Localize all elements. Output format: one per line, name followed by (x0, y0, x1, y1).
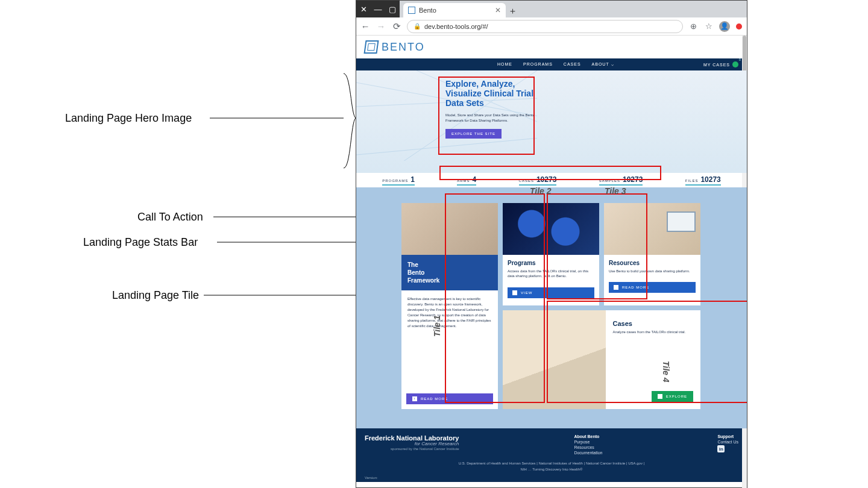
linkedin-icon[interactable]: in (717, 445, 725, 452)
bento-logo-text: BENTO (382, 41, 425, 54)
footer-link[interactable]: Contact Us (717, 440, 738, 444)
tile1-heading: The Bento Framework (401, 255, 498, 290)
footer-version: Version: (365, 476, 738, 480)
mycases-badge-icon (732, 61, 738, 67)
stat-arms: ARMS4 (457, 175, 476, 186)
page-viewport: BENTO HOME PROGRAMS CASES ABOUT ⌵ MY CAS… (356, 36, 747, 488)
nav-mycases[interactable]: MY CASES (703, 61, 738, 67)
tile4-image (503, 310, 606, 409)
tile1-label: Tile 1 (432, 315, 442, 337)
stat-programs: PROGRAMS1 (382, 175, 415, 186)
bento-logo-icon (363, 40, 379, 54)
label-hero: Landing Page Hero Image (65, 112, 192, 125)
tile3-heading: Resources (609, 260, 696, 266)
nav-cases[interactable]: CASES (564, 62, 581, 67)
tile1-desc: Effective data management is key to scie… (401, 290, 498, 389)
tab-favicon (408, 7, 415, 14)
tab-close-icon[interactable]: ✕ (495, 6, 501, 14)
label-stats: Landing Page Stats Bar (83, 236, 198, 249)
site-footer: Frederick National Laboratory for Cancer… (356, 428, 747, 482)
stat-files: FILES10273 (685, 175, 721, 186)
window-maximize-icon[interactable]: ▢ (385, 2, 400, 16)
nav-programs[interactable]: PROGRAMS (523, 62, 553, 67)
tile2-heading: Programs (508, 260, 594, 266)
list-icon (512, 290, 517, 295)
lock-icon: 🔒 (414, 23, 421, 30)
zoom-icon[interactable]: ⊕ (688, 22, 699, 31)
main-nav: HOME PROGRAMS CASES ABOUT ⌵ MY CASES (356, 58, 747, 70)
chevron-right-icon: › (412, 396, 417, 401)
hero-cta-button[interactable]: EXPLORE THE SITE (445, 129, 502, 139)
label-tile: Landing Page Tile (112, 289, 199, 302)
tile-resources: Resources Use Bento to build your own da… (604, 203, 700, 305)
profile-avatar-icon[interactable]: 👤 (719, 21, 730, 32)
tile1-image (401, 203, 498, 255)
nav-home[interactable]: HOME (497, 62, 512, 67)
tile-framework: The Bento Framework Effective data manag… (401, 203, 498, 409)
list-icon (614, 285, 618, 290)
window-minimize-icon[interactable]: ― (371, 2, 385, 16)
star-icon[interactable]: ☆ (703, 22, 714, 31)
tile4-heading: Cases (613, 320, 693, 327)
nav-forward-icon[interactable]: → (376, 21, 386, 31)
tile1-readmore-button[interactable]: ›READ MORE (406, 393, 493, 404)
tile3-label: Tile 3 (605, 186, 626, 196)
tile3-readmore-button[interactable]: READ MORE (609, 282, 696, 293)
footer-support: Support Contact Us in (717, 434, 738, 455)
footer-legal: U.S. Department of Health and Human Serv… (365, 461, 738, 472)
tile4-explore-button[interactable]: EXPLORE (652, 391, 693, 402)
nav-reload-icon[interactable]: ⟳ (391, 21, 402, 32)
stats-bar: PROGRAMS1 ARMS4 CASES10273 SAMPLES10273 … (356, 173, 747, 187)
hero-title: Explore, Analyze, Visualize Clinical Tri… (445, 79, 536, 108)
tile3-desc: Use Bento to build your own data sharing… (609, 269, 696, 274)
nav-mycases-label: MY CASES (703, 63, 730, 67)
diagram-label-overlay: Landing Page Hero Image Call To Action L… (0, 0, 356, 488)
url-input[interactable]: 🔒 dev.bento-tools.org/#/ (407, 20, 683, 33)
browser-window: ✕ ― ▢ Bento ✕ ＋ ← → ⟳ 🔒 dev.bento-tools.… (356, 0, 747, 488)
list-icon (658, 394, 662, 399)
tile4-desc: Analyze cases from the TAILORx clinical … (613, 330, 693, 334)
window-close-icon[interactable]: ✕ (356, 2, 371, 16)
tab-strip: Bento ✕ ＋ (400, 1, 747, 17)
hero-card: Explore, Analyze, Visualize Clinical Tri… (445, 79, 536, 139)
tiles-section: The Bento Framework Effective data manag… (356, 187, 747, 428)
stat-samples: SAMPLES10273 (599, 175, 643, 186)
extension-icon[interactable] (735, 22, 743, 31)
tile-programs: Programs Access data from the TAILORx cl… (503, 203, 599, 305)
hero-subtitle: Model, Store and Share your Data Sets us… (445, 113, 536, 123)
site-header: BENTO (356, 36, 747, 58)
label-cta: Call To Action (137, 211, 203, 224)
nav-about[interactable]: ABOUT ⌵ (592, 62, 614, 67)
tile4-label: Tile 4 (661, 361, 671, 383)
footer-fnl: Frederick National Laboratory for Cancer… (365, 434, 459, 455)
tile-cases: Cases Analyze cases from the TAILORx cli… (503, 310, 700, 409)
nav-back-icon[interactable]: ← (360, 21, 371, 31)
footer-about: About Bento Purpose Resources Documentat… (574, 434, 602, 455)
footer-link[interactable]: Purpose (574, 440, 602, 444)
footer-link[interactable]: Resources (574, 445, 602, 449)
window-titlebar: ✕ ― ▢ Bento ✕ ＋ (356, 1, 747, 17)
tile2-image (503, 203, 599, 255)
tile3-image (604, 203, 700, 255)
tile2-label: Tile 2 (530, 186, 552, 196)
hero-section: Explore, Analyze, Visualize Clinical Tri… (356, 70, 747, 173)
browser-tab[interactable]: Bento ✕ (403, 3, 506, 17)
tile2-view-button[interactable]: VIEW (508, 287, 594, 298)
tile2-desc: Access data from the TAILORx clinical tr… (508, 269, 594, 279)
stat-cases: CASES10273 (519, 175, 557, 186)
url-text: dev.bento-tools.org/#/ (424, 23, 488, 30)
address-bar: ← → ⟳ 🔒 dev.bento-tools.org/#/ ⊕ ☆ 👤 (356, 17, 747, 36)
footer-link[interactable]: Documentation (574, 451, 602, 455)
new-tab-button[interactable]: ＋ (506, 4, 519, 17)
tab-title: Bento (419, 7, 436, 14)
